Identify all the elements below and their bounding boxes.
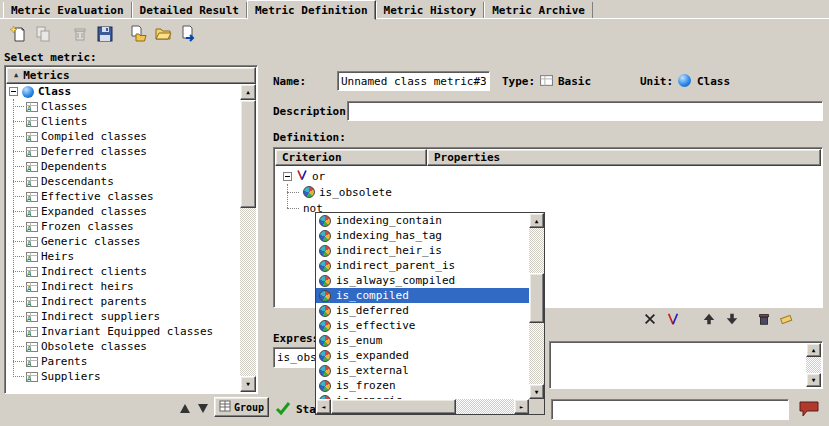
- tab-metric-archive[interactable]: Metric Archive: [484, 2, 593, 18]
- metric-icon: A: [26, 206, 38, 218]
- metric-tree-item[interactable]: A Dependents: [6, 159, 240, 174]
- move-criterion-up-button[interactable]: [700, 311, 718, 329]
- metric-tree-item[interactable]: A Generic classes: [6, 234, 240, 249]
- metric-icon: A: [26, 101, 38, 113]
- dropdown-horizontal-scrollbar[interactable]: ◄ ►: [316, 399, 529, 414]
- tab-underline: [0, 18, 829, 21]
- scrollbar-thumb[interactable]: [331, 399, 456, 414]
- copy-metric-button[interactable]: [31, 23, 55, 47]
- dropdown-vertical-scrollbar[interactable]: ▲ ▼: [529, 213, 544, 399]
- scroll-right-icon[interactable]: ►: [514, 399, 529, 414]
- move-metric-down-button[interactable]: [196, 401, 210, 415]
- metric-tree-item[interactable]: A Classes: [6, 99, 240, 114]
- change-operator-button[interactable]: [664, 311, 682, 329]
- metric-icon: A: [26, 266, 38, 278]
- criterion-option[interactable]: is_expanded: [316, 348, 529, 363]
- metric-icon: A: [26, 341, 38, 353]
- metric-tree-item[interactable]: A Heirs: [6, 249, 240, 264]
- status-result-input[interactable]: [551, 399, 789, 420]
- new-metric-button[interactable]: [6, 23, 30, 47]
- criterion-option[interactable]: indirect_heir_is: [316, 243, 529, 258]
- criterion-ball-icon: [319, 335, 331, 347]
- metric-tree-item[interactable]: A Frozen classes: [6, 219, 240, 234]
- metric-icon: A: [26, 326, 38, 338]
- criterion-option[interactable]: is_enum: [316, 333, 529, 348]
- export-metric-button[interactable]: [176, 23, 200, 47]
- scrollbar-thumb[interactable]: [240, 100, 256, 208]
- tree-connector: [13, 271, 24, 272]
- name-input[interactable]: [337, 71, 490, 91]
- group-toggle-button[interactable]: Group: [214, 397, 269, 417]
- scroll-down-icon[interactable]: ▼: [529, 384, 544, 399]
- tab-metric-history[interactable]: Metric History: [376, 2, 485, 18]
- criterion-option[interactable]: is_deferred: [316, 303, 529, 318]
- metric-tree-item[interactable]: A Indirect clients: [6, 264, 240, 279]
- criterion-option[interactable]: is_always_compiled: [316, 273, 529, 288]
- scroll-up-icon[interactable]: ▲: [240, 84, 256, 100]
- tab-metric-evaluation[interactable]: Metric Evaluation: [3, 2, 132, 18]
- scroll-down-icon[interactable]: ▼: [240, 376, 256, 392]
- metric-tree-item[interactable]: A Deferred classes: [6, 144, 240, 159]
- metric-root-label: Class: [38, 85, 71, 98]
- metric-tree-item[interactable]: A Indirect parents: [6, 294, 240, 309]
- criterion-option-label: is_expanded: [336, 349, 409, 362]
- criterion-column-label: Criterion: [282, 151, 342, 164]
- tab-label: Metric Definition: [255, 4, 368, 17]
- clear-definition-button[interactable]: [777, 311, 795, 329]
- criterion-ball-icon: [319, 305, 331, 317]
- metrics-column-header[interactable]: ▲ Metrics: [6, 67, 256, 84]
- metric-icon: A: [26, 191, 38, 203]
- metric-tree-item[interactable]: A Obsolete classes: [6, 339, 240, 354]
- metric-tree-item[interactable]: A Compiled classes: [6, 129, 240, 144]
- criterion-option[interactable]: is_external: [316, 363, 529, 378]
- scroll-left-icon[interactable]: ◄: [316, 399, 331, 414]
- move-criterion-down-button[interactable]: [723, 311, 741, 329]
- criterion-row-is-obsolete[interactable]: is_obsolete: [275, 184, 821, 200]
- metric-tree-root[interactable]: Class: [6, 84, 240, 99]
- expression-detail-scrollbar[interactable]: ▲ ▼: [806, 343, 821, 387]
- metric-tree-item[interactable]: A Clients: [6, 114, 240, 129]
- tree-connector: [13, 316, 24, 317]
- scrollbar-thumb[interactable]: [529, 273, 544, 323]
- scroll-down-icon[interactable]: ▼: [806, 373, 821, 387]
- save-metric-icon: [96, 25, 114, 46]
- tree-connector: [13, 286, 24, 287]
- delete-metric-button[interactable]: [68, 23, 92, 47]
- metric-tree-item[interactable]: A Effective classes: [6, 189, 240, 204]
- criterion-option[interactable]: is_compiled: [316, 288, 529, 303]
- collapse-icon[interactable]: [283, 172, 292, 181]
- open-metric-folder-button[interactable]: [151, 23, 175, 47]
- metric-tree-item[interactable]: A Suppliers: [6, 369, 240, 384]
- scroll-up-icon[interactable]: ▲: [806, 343, 821, 357]
- description-input[interactable]: [347, 101, 823, 121]
- criterion-option[interactable]: is_effective: [316, 318, 529, 333]
- tab-metric-definition[interactable]: Metric Definition: [247, 0, 376, 20]
- metric-tree-item[interactable]: A Invariant Equipped classes: [6, 324, 240, 339]
- criterion-ball-icon: [319, 290, 331, 302]
- metric-tree-item[interactable]: A Indirect suppliers: [6, 309, 240, 324]
- expression-detail-box[interactable]: ▲ ▼: [549, 341, 823, 389]
- criterion-row-label: is_obsolete: [319, 186, 392, 199]
- tab-label: Metric History: [384, 4, 477, 17]
- criterion-option[interactable]: indexing_contain: [316, 213, 529, 228]
- delete-criterion-button[interactable]: [755, 311, 773, 329]
- criterion-column-header[interactable]: Criterion: [275, 149, 427, 166]
- save-metric-button[interactable]: [93, 23, 117, 47]
- properties-column-header[interactable]: Properties: [427, 149, 821, 166]
- criterion-option[interactable]: indexing_has_tag: [316, 228, 529, 243]
- criterion-option[interactable]: indirect_parent_is: [316, 258, 529, 273]
- comment-button[interactable]: [794, 399, 824, 420]
- import-metric-button[interactable]: [126, 23, 150, 47]
- metric-tree-item[interactable]: A Expanded classes: [6, 204, 240, 219]
- metric-tree-item[interactable]: A Descendants: [6, 174, 240, 189]
- tab-detailed-result[interactable]: Detailed Result: [132, 2, 247, 18]
- criterion-row-or[interactable]: or: [275, 168, 821, 184]
- collapse-icon[interactable]: [9, 87, 18, 96]
- move-metric-up-button[interactable]: [178, 401, 192, 415]
- scroll-up-icon[interactable]: ▲: [529, 213, 544, 228]
- metric-tree-item[interactable]: A Parents: [6, 354, 240, 369]
- criterion-option[interactable]: is_frozen: [316, 378, 529, 393]
- metric-tree-scrollbar[interactable]: ▲ ▼: [240, 84, 256, 392]
- metric-tree-item[interactable]: A Indirect heirs: [6, 279, 240, 294]
- transpose-criterion-button[interactable]: [641, 311, 659, 329]
